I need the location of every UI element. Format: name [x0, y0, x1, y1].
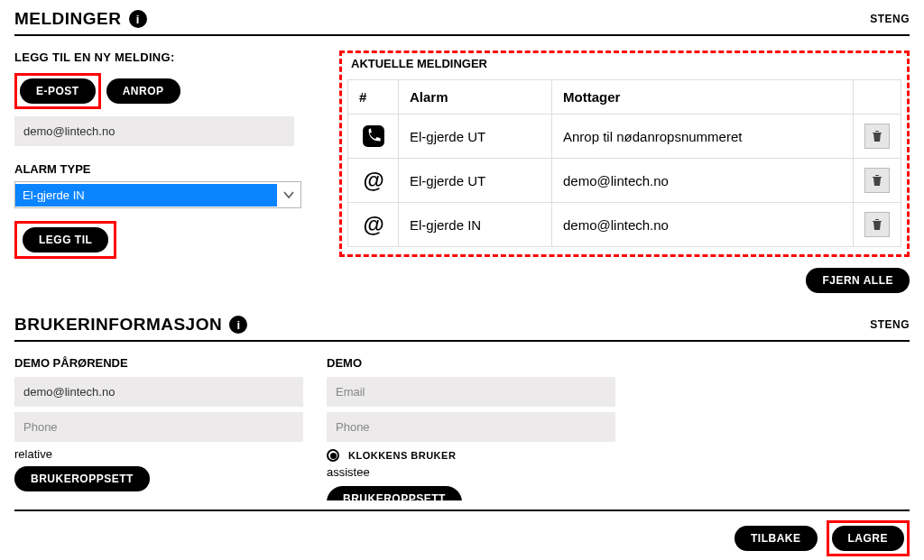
- svg-text:@: @: [363, 213, 383, 236]
- info-icon[interactable]: i: [229, 316, 247, 334]
- col-alarm: Alarm: [399, 80, 552, 115]
- brukerinfo-close[interactable]: STENG: [870, 318, 910, 331]
- epost-tab[interactable]: E-POST: [20, 78, 96, 104]
- user2-brukeroppsett-button[interactable]: BRUKEROPPSETT: [327, 486, 462, 500]
- user2-email-input[interactable]: [327, 377, 615, 407]
- svg-rect-0: [363, 125, 384, 147]
- brukerinfo-header: BRUKERINFORMASJON i STENG: [14, 315, 910, 342]
- user1-phone-input[interactable]: [14, 412, 303, 442]
- alarm-type-label: ALARM TYPE: [14, 162, 321, 176]
- user2-role: assistee: [327, 465, 615, 479]
- user1-email-input[interactable]: [14, 377, 303, 407]
- phone-icon: [359, 124, 387, 148]
- aktuelle-title: AKTUELLE MELDINGER: [351, 53, 901, 70]
- col-hash: #: [348, 80, 399, 115]
- user1-role: relative: [14, 447, 303, 461]
- klokkens-bruker-radio[interactable]: [327, 449, 339, 462]
- user1-name: DEMO PÅRØRENDE: [14, 356, 303, 370]
- messages-table: # Alarm Mottager El-gjerde UT Anrop til …: [347, 79, 901, 247]
- info-icon[interactable]: i: [129, 10, 147, 28]
- highlight-legg-til: LEGG TIL: [14, 221, 116, 259]
- anrop-tab[interactable]: ANROP: [106, 78, 180, 104]
- klokkens-bruker-label: KLOKKENS BRUKER: [348, 450, 456, 461]
- tilbake-button[interactable]: TILBAKE: [735, 526, 818, 551]
- highlight-lagre: LAGRE: [827, 520, 910, 556]
- delete-button[interactable]: [864, 168, 890, 193]
- user2-name: DEMO: [327, 356, 615, 370]
- meldinger-close[interactable]: STENG: [870, 13, 910, 25]
- cell-mottager: demo@lintech.no: [552, 159, 854, 203]
- col-actions: [854, 80, 901, 115]
- meldinger-title: MELDINGER: [14, 9, 122, 29]
- chevron-down-icon: [277, 182, 300, 207]
- brukerinfo-title: BRUKERINFORMASJON: [14, 315, 222, 335]
- table-row: @ El-gjerde IN demo@lintech.no: [348, 203, 901, 247]
- cell-alarm: El-gjerde IN: [399, 203, 552, 247]
- delete-button[interactable]: [864, 212, 890, 237]
- table-row: El-gjerde UT Anrop til nødanropsnummeret: [348, 115, 901, 159]
- at-icon: @: [359, 169, 387, 192]
- table-row: @ El-gjerde UT demo@lintech.no: [348, 159, 901, 203]
- legg-til-button[interactable]: LEGG TIL: [23, 227, 108, 252]
- cell-mottager: Anrop til nødanropsnummeret: [552, 115, 854, 159]
- alarm-type-value: El-gjerde IN: [15, 184, 277, 207]
- aktuelle-meldinger-panel: AKTUELLE MELDINGER # Alarm Mottager: [339, 50, 910, 257]
- lagre-button[interactable]: LAGRE: [832, 526, 905, 551]
- highlight-epost: E-POST: [14, 73, 101, 109]
- add-new-message-label: LEGG TIL EN NY MELDING:: [14, 50, 321, 64]
- meldinger-header: MELDINGER i STENG: [14, 9, 910, 36]
- cell-alarm: El-gjerde UT: [399, 159, 552, 203]
- recipient-email-input[interactable]: [14, 116, 294, 146]
- user2-phone-input[interactable]: [327, 412, 615, 442]
- svg-text:@: @: [363, 169, 383, 192]
- alarm-type-select[interactable]: El-gjerde IN: [14, 181, 301, 208]
- divider: [14, 510, 910, 511]
- cell-alarm: El-gjerde UT: [399, 115, 552, 159]
- user1-brukeroppsett-button[interactable]: BRUKEROPPSETT: [14, 466, 150, 491]
- at-icon: @: [359, 213, 387, 236]
- col-mottager: Mottager: [552, 80, 854, 115]
- fjern-alle-button[interactable]: FJERN ALLE: [806, 268, 910, 293]
- cell-mottager: demo@lintech.no: [552, 203, 854, 247]
- delete-button[interactable]: [864, 124, 890, 149]
